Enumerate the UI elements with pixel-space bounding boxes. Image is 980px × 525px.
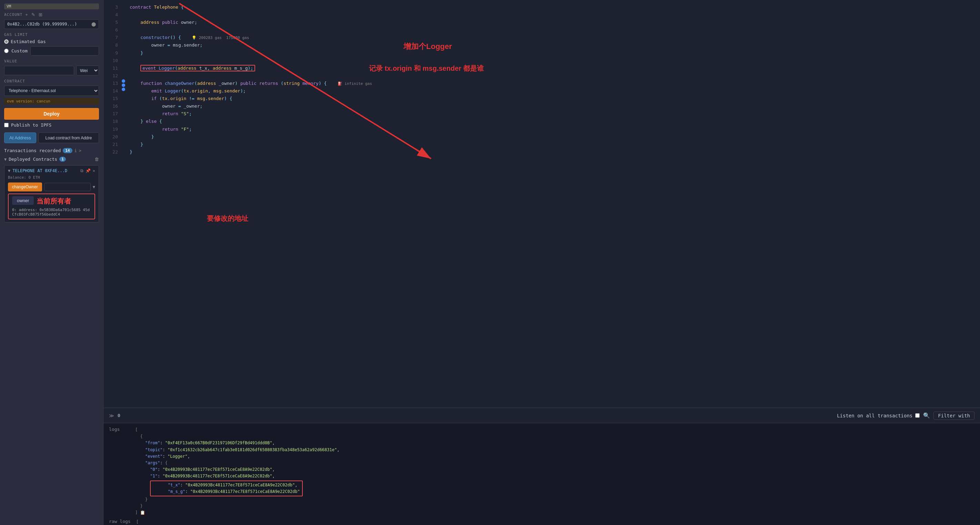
custom-gas-radio[interactable] (4, 49, 9, 53)
logs-label: logs (109, 427, 130, 516)
copy-account-btn[interactable]: ⊞ (38, 12, 43, 17)
sidebar: VM ACCOUNT + ✎ ⊞ 0x4B2...C02db (99.99999… (0, 0, 103, 525)
contract-pin-icon[interactable]: 📌 (86, 168, 91, 173)
breakpoint-dot-2 (122, 83, 125, 87)
transactions-chevron[interactable]: > (79, 148, 81, 153)
account-dropdown-arrow: ⬤ (91, 22, 96, 27)
at-address-button[interactable]: At Address (4, 132, 36, 143)
deployed-contracts-row: ▼ Deployed Contracts 1 🗑 (4, 157, 99, 162)
code-content: contract Telephone { address public owne… (126, 0, 980, 408)
value-input[interactable]: 0 (4, 66, 74, 75)
at-address-row: At Address Load contract from Addre (4, 132, 99, 143)
raw-logs-json: [ { "logIndex": "0x1", (136, 519, 974, 525)
log-event: Logger (170, 454, 185, 459)
estimated-gas-label: Estimated Gas (11, 39, 46, 44)
load-contract-button[interactable]: Load contract from Addre (38, 132, 99, 143)
transactions-label: Transactions recorded (4, 148, 61, 153)
listen-all-row: Listen on all transactions (837, 413, 920, 418)
log-tx-highlight-box: "t_x": "0x4B20993Bc481177ec7E8f571ceCaE8… (150, 480, 302, 496)
contract-select[interactable]: Telephone - Ethernaut.sol (4, 86, 99, 96)
txorigin-annotation: 记录 tx.origin 和 msg.sender 都是谁 (369, 64, 484, 73)
log-topic: 0xf1c41632cb26ab647c1fab3e0181d026df6508… (170, 447, 334, 452)
contract-item-collapse[interactable]: ▼ (8, 168, 10, 173)
logs-count: 0 (118, 413, 120, 418)
publish-ipfs-row: Publish to IPFS (4, 123, 99, 127)
vm-badge: VM (4, 3, 99, 9)
transactions-info-icon[interactable]: i (75, 148, 77, 153)
transactions-badge: 14 (63, 148, 72, 153)
log-tx: 0x4B20993Bc481177ec7E8f571ceCaE8A9e22C02… (188, 482, 293, 487)
account-value: 0x4B2...C02db (99.999999...) (7, 22, 77, 27)
code-editor: 345678910111213141516171819202122 contra… (103, 0, 980, 408)
owner-address-value: 0: address: 0x5B38Da6a701c5685 45d CfcB0… (12, 208, 91, 216)
edit-account-btn[interactable]: ✎ (31, 12, 36, 17)
change-owner-dropdown[interactable]: ▼ (93, 185, 95, 189)
filter-with-label: Filter with (934, 412, 974, 420)
raw-logs-label: raw logs (109, 519, 131, 525)
breakpoint-dots (121, 0, 126, 408)
main-layout: VM ACCOUNT + ✎ ⊞ 0x4B2...C02db (99.99999… (0, 0, 980, 525)
code-area: 增加个Logger 记录 tx.origin 和 msg.sender 都是谁 … (103, 0, 980, 408)
estimated-gas-row: Estimated Gas (4, 39, 99, 44)
contract-item-header: ▼ TELEPHONE AT 0XF4E...D ⧉ 📌 ✕ (8, 168, 95, 173)
value-label: VALUE (4, 59, 99, 64)
deployed-collapse-chevron[interactable]: ▼ (4, 157, 6, 162)
log-args-1: 0x4B20993Bc481177ec7E8f571ceCaE8A9e22C02… (165, 474, 270, 479)
custom-gas-input[interactable]: 3000000 (30, 46, 99, 56)
publish-ipfs-label: Publish to IPFS (11, 123, 51, 127)
log-from: 0xF4EF13a0c667B0dF23197106Df29fBd491ddd0… (168, 441, 270, 445)
log-msg: 0x4B20993Bc481177ec7E8f571ceCaE8A9e22C02… (193, 489, 297, 494)
owner-button[interactable]: owner (12, 196, 34, 205)
account-select[interactable]: 0x4B2...C02db (99.999999...) ⬤ (4, 19, 99, 29)
logs-json: [ { "from": "0xF4EF13a0c667B0dF23197106D… (135, 427, 974, 516)
contract-close-icon[interactable]: ✕ (93, 168, 95, 173)
add-account-btn[interactable]: + (24, 12, 29, 17)
listen-all-checkbox[interactable] (915, 413, 920, 418)
account-row: ACCOUNT + ✎ ⊞ (4, 12, 99, 17)
telephone-contract-item: ▼ TELEPHONE AT 0XF4E...D ⧉ 📌 ✕ Balance: … (4, 165, 99, 223)
deploy-button[interactable]: Deploy (4, 108, 99, 120)
publish-ipfs-checkbox[interactable] (4, 123, 9, 127)
gas-limit-label: GAS LIMIT (4, 32, 99, 37)
contract-item-name: TELEPHONE AT 0XF4E...D (13, 168, 78, 173)
logs-content: logs [ { "from": "0xF4EF13a0c667B0dF2319… (103, 423, 980, 525)
owner-result-box: owner 当前所有者 0: address: 0x5B38Da6a701c56… (8, 194, 95, 220)
contract-copy-icon[interactable]: ⧉ (80, 168, 83, 173)
contract-label: CONTRACT (4, 79, 99, 83)
value-row: 0 Wei Gwei Ether (4, 65, 99, 76)
transactions-row: Transactions recorded 14 i > (4, 148, 99, 153)
deployed-count-badge: 1 (59, 157, 66, 162)
deployed-trash-icon[interactable]: 🗑 (94, 157, 99, 162)
custom-gas-row: Custom 3000000 (4, 46, 99, 56)
listen-all-label: Listen on all transactions (837, 413, 912, 418)
logs-panel: ≫ 0 Listen on all transactions 🔍 Filter … (103, 408, 980, 525)
contract-balance: Balance: 0 ETH (8, 175, 95, 180)
log-args-0: 0x4B20993Bc481177ec7E8f571ceCaE8A9e22C02… (165, 467, 270, 472)
estimated-gas-radio[interactable] (4, 39, 9, 44)
deployed-label: Deployed Contracts (9, 157, 57, 162)
logs-toolbar: ≫ 0 Listen on all transactions 🔍 Filter … (103, 408, 980, 423)
line-numbers: 345678910111213141516171819202122 (103, 0, 121, 408)
change-owner-button[interactable]: changeOwner (8, 183, 42, 191)
current-owner-annotation: 当前所有者 (37, 197, 71, 206)
account-label: ACCOUNT (4, 13, 22, 17)
unit-select[interactable]: Wei Gwei Ether (76, 65, 99, 76)
search-icon-button[interactable]: 🔍 (923, 412, 930, 419)
evm-badge: evm version: cancun (4, 98, 99, 105)
address-annotation: 要修改的地址 (207, 214, 248, 223)
change-owner-row: changeOwner 0xAb8483F64d9C6d1 ▼ (8, 183, 95, 191)
breakpoint-dot-3 (122, 88, 125, 91)
custom-gas-label: Custom (11, 48, 28, 54)
logger-annotation: 增加个Logger (403, 41, 452, 52)
change-owner-address-input[interactable]: 0xAb8483F64d9C6d1 (44, 183, 91, 191)
right-panel: 增加个Logger 记录 tx.origin 和 msg.sender 都是谁 … (103, 0, 980, 525)
breakpoint-dot-1 (122, 80, 125, 83)
logs-collapse-chevron[interactable]: ≫ (109, 413, 114, 418)
